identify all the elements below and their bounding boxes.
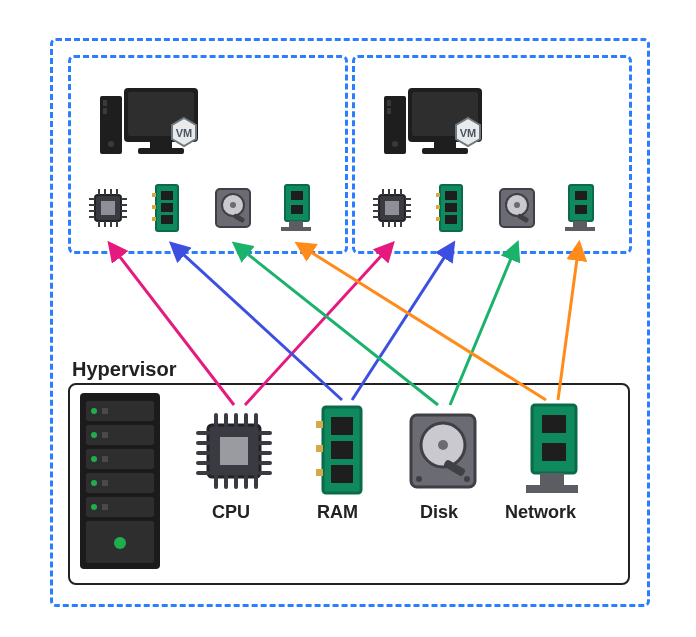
server-rack-icon [76, 391, 164, 573]
svg-rect-145 [526, 485, 578, 493]
ram-label: RAM [317, 502, 358, 523]
svg-rect-143 [542, 443, 566, 461]
svg-rect-33 [152, 205, 156, 209]
disk-label: Disk [420, 502, 458, 523]
vm1-ram-icon [150, 183, 188, 233]
phys-network-icon [518, 403, 584, 499]
vm2-desktop-icon: VM [374, 78, 494, 170]
svg-rect-134 [316, 469, 323, 476]
svg-point-97 [91, 456, 97, 462]
svg-rect-75 [445, 215, 457, 224]
svg-rect-105 [102, 504, 108, 510]
svg-rect-133 [316, 445, 323, 452]
svg-rect-84 [575, 191, 587, 200]
vm2-disk-icon [494, 185, 540, 231]
vm1-desktop-icon: VM [90, 78, 210, 170]
svg-rect-34 [152, 217, 156, 221]
svg-rect-50 [434, 142, 456, 148]
svg-rect-41 [291, 205, 303, 214]
svg-point-99 [91, 504, 97, 510]
phys-cpu-icon [192, 409, 276, 493]
svg-rect-132 [316, 421, 323, 428]
svg-rect-142 [542, 415, 566, 433]
network-label: Network [505, 502, 576, 523]
vm1-disk-icon [210, 185, 256, 231]
vm1-network-icon [275, 183, 315, 233]
hypervisor-label: Hypervisor [72, 358, 177, 381]
svg-text:VM: VM [176, 127, 193, 139]
vm1-cpu-icon [85, 185, 131, 231]
svg-point-100 [114, 537, 126, 549]
svg-rect-102 [102, 432, 108, 438]
svg-rect-74 [445, 203, 457, 212]
svg-rect-30 [161, 203, 173, 212]
svg-rect-129 [331, 417, 353, 435]
svg-rect-76 [436, 193, 440, 197]
svg-text:VM: VM [460, 127, 477, 139]
svg-rect-55 [385, 201, 399, 215]
svg-rect-73 [445, 191, 457, 200]
svg-point-37 [230, 202, 236, 208]
svg-rect-131 [331, 465, 353, 483]
svg-point-140 [464, 476, 470, 482]
svg-rect-77 [436, 205, 440, 209]
phys-disk-icon [403, 409, 483, 493]
svg-point-139 [416, 476, 422, 482]
svg-rect-83 [569, 185, 593, 221]
svg-point-96 [91, 432, 97, 438]
svg-point-98 [91, 480, 97, 486]
svg-rect-39 [285, 185, 309, 221]
svg-rect-51 [422, 148, 468, 154]
svg-point-47 [392, 141, 398, 147]
svg-rect-29 [161, 191, 173, 200]
svg-rect-11 [101, 201, 115, 215]
svg-rect-144 [540, 473, 564, 487]
diagram-canvas: VM [0, 0, 696, 637]
svg-rect-40 [291, 191, 303, 200]
svg-rect-43 [281, 227, 311, 231]
svg-rect-45 [387, 100, 391, 106]
vm2-cpu-icon [369, 185, 415, 231]
svg-rect-7 [138, 148, 184, 154]
vm2-network-icon [559, 183, 599, 233]
svg-rect-101 [102, 408, 108, 414]
svg-rect-78 [436, 217, 440, 221]
svg-rect-130 [331, 441, 353, 459]
svg-rect-2 [103, 108, 107, 114]
svg-rect-104 [102, 480, 108, 486]
svg-rect-85 [575, 205, 587, 214]
svg-rect-46 [387, 108, 391, 114]
svg-point-3 [108, 141, 114, 147]
svg-rect-107 [220, 437, 248, 465]
cpu-label: CPU [212, 502, 250, 523]
svg-point-95 [91, 408, 97, 414]
svg-rect-31 [161, 215, 173, 224]
svg-rect-1 [103, 100, 107, 106]
svg-rect-6 [150, 142, 172, 148]
phys-ram-icon [313, 405, 371, 495]
svg-rect-32 [152, 193, 156, 197]
svg-point-81 [514, 202, 520, 208]
svg-rect-103 [102, 456, 108, 462]
vm2-ram-icon [434, 183, 472, 233]
svg-point-137 [438, 440, 448, 450]
svg-rect-87 [565, 227, 595, 231]
